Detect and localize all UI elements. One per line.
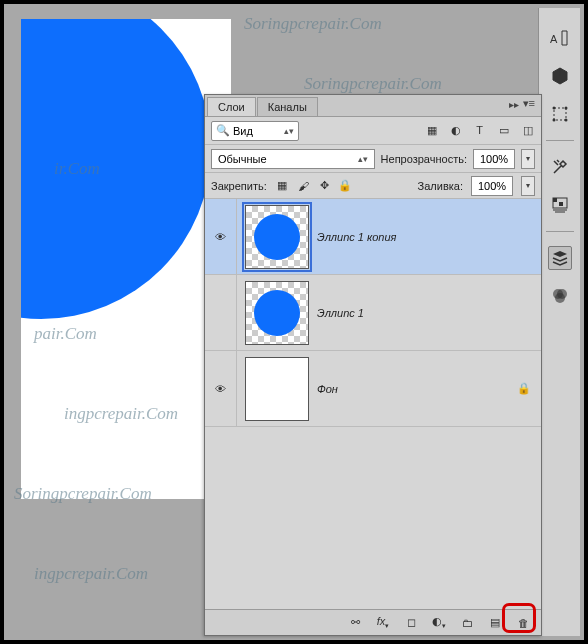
svg-point-2 xyxy=(552,107,555,110)
layers-panel: Слои Каналы ▸▸ ▾≡ 🔍 Вид ▴▾ ▦ ◐ T ▭ ◫ Обы… xyxy=(204,94,542,636)
svg-rect-8 xyxy=(559,202,563,206)
svg-rect-7 xyxy=(553,198,557,202)
layer-row[interactable]: 👁 Фон 🔒 xyxy=(205,351,541,427)
filter-type-icon[interactable]: T xyxy=(472,124,487,137)
filter-pixel-icon[interactable]: ▦ xyxy=(424,124,439,137)
tab-channels[interactable]: Каналы xyxy=(257,97,318,116)
layer-row[interactable]: Эллипс 1 xyxy=(205,275,541,351)
fill-input[interactable]: 100% xyxy=(471,176,513,196)
layer-thumbnail[interactable] xyxy=(245,205,309,269)
chevron-updown-icon: ▴▾ xyxy=(358,154,368,164)
add-mask-icon[interactable]: ◻ xyxy=(403,616,419,629)
layer-filter-bar: 🔍 Вид ▴▾ ▦ ◐ T ▭ ◫ xyxy=(205,117,541,145)
layer-name[interactable]: Фон xyxy=(317,383,338,395)
tools-icon[interactable] xyxy=(548,155,572,179)
eye-icon: 👁 xyxy=(215,231,226,243)
fill-dropdown[interactable]: ▾ xyxy=(521,176,535,196)
fill-label: Заливка: xyxy=(418,180,463,192)
svg-point-3 xyxy=(564,107,567,110)
layer-thumbnail[interactable] xyxy=(245,281,309,345)
svg-point-11 xyxy=(555,293,565,303)
swatches-icon[interactable] xyxy=(548,193,572,217)
eye-icon: 👁 xyxy=(215,383,226,395)
lock-label: Закрепить: xyxy=(211,180,267,192)
chevron-updown-icon: ▴▾ xyxy=(284,126,294,136)
layers-panel-icon[interactable] xyxy=(548,246,572,270)
layer-name[interactable]: Эллипс 1 копия xyxy=(317,231,396,243)
delete-layer-icon[interactable]: 🗑 xyxy=(515,617,531,629)
tab-layers[interactable]: Слои xyxy=(207,97,256,116)
channels-panel-icon[interactable] xyxy=(548,284,572,308)
filter-adjust-icon[interactable]: ◐ xyxy=(448,124,463,137)
new-group-icon[interactable]: 🗀 xyxy=(459,617,475,629)
layer-row[interactable]: 👁 Эллипс 1 копия xyxy=(205,199,541,275)
canvas[interactable] xyxy=(21,19,231,499)
lock-all-icon[interactable]: 🔒 xyxy=(338,179,353,192)
canvas-ellipse xyxy=(21,19,211,319)
visibility-toggle[interactable]: 👁 xyxy=(205,199,237,274)
svg-text:A: A xyxy=(550,33,558,45)
search-icon: 🔍 xyxy=(216,124,230,137)
visibility-toggle[interactable] xyxy=(205,275,237,350)
svg-point-5 xyxy=(564,119,567,122)
opacity-label: Непрозрачность: xyxy=(381,153,467,165)
layer-list: 👁 Эллипс 1 копия Эллипс 1 👁 Фон 🔒 xyxy=(205,199,541,609)
opacity-dropdown[interactable]: ▾ xyxy=(521,149,535,169)
layer-name[interactable]: Эллипс 1 xyxy=(317,307,364,319)
svg-point-4 xyxy=(552,119,555,122)
lock-icon: 🔒 xyxy=(517,382,531,395)
cube-3d-icon[interactable] xyxy=(548,64,572,88)
layer-effects-icon[interactable]: fx▾ xyxy=(375,615,391,630)
blend-mode-select[interactable]: Обычные ▴▾ xyxy=(211,149,375,169)
layer-thumbnail[interactable] xyxy=(245,357,309,421)
new-layer-icon[interactable]: ▤ xyxy=(487,616,503,629)
lock-position-icon[interactable]: ✥ xyxy=(317,179,332,192)
app-frame: Soringpcrepair.Com Soringpcrepair.Com ir… xyxy=(4,4,584,640)
lock-pixels-icon[interactable]: 🖌 xyxy=(296,180,311,192)
lock-transparency-icon[interactable]: ▦ xyxy=(275,179,290,192)
lock-fill-bar: Закрепить: ▦ 🖌 ✥ 🔒 Заливка: 100% ▾ xyxy=(205,173,541,199)
blend-mode-value: Обычные xyxy=(218,153,267,165)
filter-label: Вид xyxy=(233,125,253,137)
visibility-toggle[interactable]: 👁 xyxy=(205,351,237,426)
right-tool-rail: A xyxy=(538,8,580,636)
transform-icon[interactable] xyxy=(548,102,572,126)
panel-tab-bar: Слои Каналы ▸▸ ▾≡ xyxy=(205,95,541,117)
panel-menu-icon[interactable]: ▾≡ xyxy=(523,97,535,110)
svg-rect-1 xyxy=(554,108,566,120)
link-layers-icon[interactable]: ⚯ xyxy=(347,616,363,629)
opacity-input[interactable]: 100% xyxy=(473,149,515,169)
blend-opacity-bar: Обычные ▴▾ Непрозрачность: 100% ▾ xyxy=(205,145,541,173)
filter-shape-icon[interactable]: ▭ xyxy=(496,124,511,137)
character-panel-icon[interactable]: A xyxy=(548,26,572,50)
layer-filter-select[interactable]: 🔍 Вид ▴▾ xyxy=(211,121,299,141)
filter-smart-icon[interactable]: ◫ xyxy=(520,124,535,137)
panel-collapse-icon[interactable]: ▸▸ xyxy=(509,99,519,110)
layers-panel-footer: ⚯ fx▾ ◻ ◐▾ 🗀 ▤ 🗑 xyxy=(205,609,541,635)
adjustment-layer-icon[interactable]: ◐▾ xyxy=(431,615,447,630)
